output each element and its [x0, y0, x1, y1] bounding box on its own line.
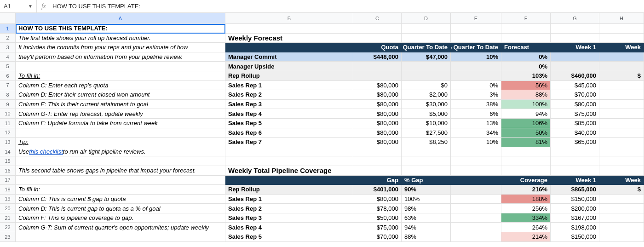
cell-G14[interactable] [551, 147, 599, 157]
row-header-20[interactable]: 20 [0, 204, 16, 213]
cell-C23[interactable]: $70,000 [353, 232, 402, 242]
cell-D5[interactable] [402, 62, 451, 71]
cell-F2[interactable] [501, 34, 551, 43]
cell-B4[interactable]: Manager Commit [225, 52, 353, 62]
cell-E18[interactable] [451, 185, 501, 195]
col-header-F[interactable]: F [501, 13, 551, 24]
cell-A12[interactable] [16, 128, 225, 138]
cell-D20[interactable]: 98% [402, 204, 451, 213]
cell-D7[interactable]: $0 [402, 81, 451, 91]
cell-B5[interactable]: Manager Upside [225, 62, 353, 71]
cell-F6[interactable]: 103% [501, 71, 551, 81]
cell-D4[interactable]: $47,000 [402, 52, 451, 62]
cell-C22[interactable]: $75,000 [353, 223, 402, 232]
cell-H4[interactable] [599, 52, 644, 62]
cell-G15[interactable] [551, 156, 599, 166]
cell-C20[interactable]: $78,000 [353, 204, 402, 213]
cell-E3[interactable]: % Quarter To Date [451, 43, 501, 52]
cell-G2[interactable] [551, 34, 599, 43]
col-header-D[interactable]: D [402, 13, 451, 24]
cell-B22[interactable]: Sales Rep 4 [225, 223, 353, 232]
row-header-13[interactable]: 13 [0, 138, 16, 147]
cell-B23[interactable]: Sales Rep 5 [225, 232, 353, 242]
cell-G16[interactable] [551, 166, 599, 176]
cell-A10[interactable]: Column G-T: Enter rep forecast, update w… [16, 109, 225, 119]
cell-F21[interactable]: 334% [501, 213, 551, 223]
row-header-11[interactable]: 11 [0, 119, 16, 128]
cell-F20[interactable]: 256% [501, 204, 551, 213]
cell-E11[interactable]: 13% [451, 119, 501, 128]
cell-B18[interactable]: Rep Rollup [225, 185, 353, 195]
cell-G6[interactable]: $460,000 [551, 71, 599, 81]
cell-C21[interactable]: $50,000 [353, 213, 402, 223]
cell-H10[interactable] [599, 109, 644, 119]
cell-C18[interactable]: $401,000 [353, 185, 402, 195]
cell-C10[interactable]: $80,000 [353, 109, 402, 119]
cell-A18[interactable]: To fill in: [16, 185, 225, 195]
cell-H8[interactable] [599, 90, 644, 100]
cell-A13[interactable]: Tip: [16, 138, 225, 147]
row-header-10[interactable]: 10 [0, 109, 16, 119]
cell-A17[interactable] [16, 176, 225, 185]
row-header-14[interactable]: 14 [0, 147, 16, 157]
row-header-15[interactable]: 15 [0, 156, 16, 166]
cell-D13[interactable]: $8,250 [402, 138, 451, 147]
cell-B7[interactable]: Sales Rep 1 [225, 81, 353, 91]
cell-H18[interactable]: $ [599, 185, 644, 195]
cell-A15[interactable] [16, 156, 225, 166]
cell-C4[interactable]: $448,000 [353, 52, 402, 62]
cell-H16[interactable] [599, 166, 644, 176]
cell-E2[interactable] [451, 34, 501, 43]
cell-E17[interactable] [451, 176, 501, 185]
cell-H9[interactable] [599, 100, 644, 109]
col-header-H[interactable]: H [599, 13, 644, 24]
cell-H17[interactable]: Week [599, 176, 644, 185]
cell-A8[interactable]: Column D: Enter their current closed-won… [16, 90, 225, 100]
cell-C14[interactable] [353, 147, 402, 157]
row-header-17[interactable]: 17 [0, 176, 16, 185]
cell-A4[interactable]: they'll perform based on information fro… [16, 52, 225, 62]
checklist-link[interactable]: this checklist [29, 148, 63, 155]
cell-H7[interactable] [599, 81, 644, 91]
cell-B11[interactable]: Sales Rep 5 [225, 119, 353, 128]
cell-H3[interactable]: Week [599, 43, 644, 52]
cell-E21[interactable] [451, 213, 501, 223]
cell-D19[interactable]: 100% [402, 195, 451, 204]
row-header-22[interactable]: 22 [0, 223, 16, 232]
cell-B15[interactable] [225, 156, 353, 166]
cell-D1[interactable] [402, 24, 451, 34]
row-header-5[interactable]: 5 [0, 62, 16, 71]
cell-G13[interactable]: $65,000 [551, 138, 599, 147]
cell-D2[interactable] [402, 34, 451, 43]
cell-F22[interactable]: 264% [501, 223, 551, 232]
row-header-8[interactable]: 8 [0, 90, 16, 100]
cell-F13[interactable]: 81% [501, 138, 551, 147]
select-all-corner[interactable] [0, 13, 16, 24]
cell-F3[interactable]: Forecast [501, 43, 551, 52]
cell-A21[interactable]: Column F: This is pipeline coverage to g… [16, 213, 225, 223]
cell-C15[interactable] [353, 156, 402, 166]
cell-D17[interactable]: % Gap [402, 176, 451, 185]
cell-F4[interactable]: 0% [501, 52, 551, 62]
cell-C17[interactable]: Gap [353, 176, 402, 185]
cell-H6[interactable]: $ [599, 71, 644, 81]
row-header-6[interactable]: 6 [0, 71, 16, 81]
cell-D21[interactable]: 63% [402, 213, 451, 223]
cell-B1[interactable] [225, 24, 353, 34]
col-header-G[interactable]: G [551, 13, 599, 24]
cell-C1[interactable] [353, 24, 402, 34]
cell-B21[interactable]: Sales Rep 3 [225, 213, 353, 223]
cell-G1[interactable] [551, 24, 599, 34]
cell-D23[interactable]: 88% [402, 232, 451, 242]
row-header-7[interactable]: 7 [0, 81, 16, 91]
cell-F19[interactable]: 188% [501, 195, 551, 204]
name-box[interactable]: A1 ▼ [0, 0, 37, 12]
cell-H22[interactable] [599, 223, 644, 232]
cell-D8[interactable]: $2,000 [402, 90, 451, 100]
cell-E19[interactable] [451, 195, 501, 204]
cell-C9[interactable]: $80,000 [353, 100, 402, 109]
cell-D14[interactable] [402, 147, 451, 157]
formula-input[interactable] [51, 0, 644, 12]
cell-B9[interactable]: Sales Rep 3 [225, 100, 353, 109]
cell-B14[interactable] [225, 147, 353, 157]
